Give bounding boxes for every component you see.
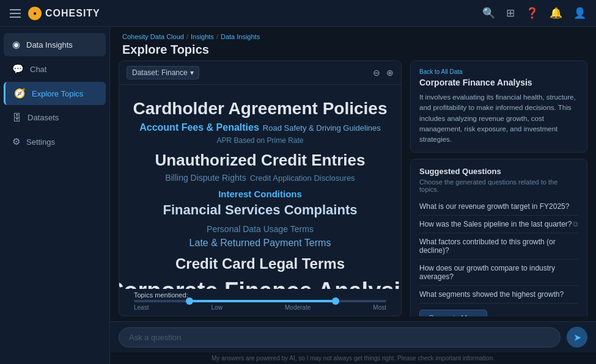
sidebar-item-settings-label: Settings [26, 137, 55, 147]
sidebar-item-data-insights-label: Data Insights [26, 40, 73, 49]
chat-icon: 💬 [12, 64, 24, 75]
logo-icon: ● [28, 7, 42, 20]
chevron-down-icon: ▾ [190, 68, 194, 77]
slider-track[interactable] [134, 300, 386, 302]
slider-thumb-left[interactable] [186, 297, 193, 305]
info-card-body: It involves evaluating its financial hea… [419, 92, 578, 145]
question-item[interactable]: What is our revenue growth target in FY2… [419, 198, 578, 216]
word-cloud-panel: Dataset: Finance ▾ ⊖ ⊕ Cardholder Agreem… [119, 60, 402, 316]
slider-area: Topics mentioned: Least Low Moderate Mos… [119, 289, 401, 316]
panel-toolbar: Dataset: Finance ▾ ⊖ ⊕ [119, 61, 401, 85]
breadcrumb: Cohesity Data Cloud / Insights / Data In… [122, 33, 584, 40]
app-body: ◉ Data Insights 💬 Chat 🧭 Explore Topics … [0, 27, 596, 364]
question-item[interactable]: How does our growth compare to industry … [419, 260, 578, 286]
sidebar-item-explore-topics-label: Explore Topics [32, 89, 83, 98]
slider-labels: Least Low Moderate Most [134, 304, 386, 311]
slider-label-most: Most [373, 304, 386, 311]
slider-label-least: Least [134, 304, 149, 311]
word-cloud-word[interactable]: Billing Dispute Rights [165, 172, 246, 184]
page-title: Explore Topics [122, 43, 584, 57]
right-panel: Back to All Data Corporate Finance Analy… [410, 60, 587, 316]
help-icon[interactable]: ❓ [526, 7, 539, 20]
word-cloud-word[interactable]: Unauthorized Credit Entries [155, 149, 366, 171]
suggested-questions-card: Suggested Questions Choose the generated… [410, 159, 587, 316]
footer-disclaimer: My answers are powered by AI, so I may n… [110, 352, 596, 364]
sidebar-item-datasets-label: Datasets [28, 113, 59, 122]
back-link[interactable]: Back to All Data [419, 68, 578, 75]
slider-label: Topics mentioned: [134, 291, 188, 299]
slider-fill [189, 300, 336, 302]
question-item[interactable]: How was the Sales pipeline in the last q… [419, 216, 578, 233]
content-row: Dataset: Finance ▾ ⊖ ⊕ Cardholder Agreem… [110, 60, 596, 321]
notifications-icon[interactable]: 🔔 [550, 7, 562, 20]
breadcrumb-insights[interactable]: Insights [191, 33, 214, 40]
sidebar-item-chat[interactable]: 💬 Chat [4, 57, 106, 81]
send-button[interactable]: ➤ [567, 327, 587, 348]
question-item[interactable]: What factors contributed to this growth … [419, 233, 578, 260]
panel-icons: ⊖ ⊕ [373, 68, 394, 78]
question-item[interactable]: What segments showed the highest growth? [419, 286, 578, 304]
questions-list: What is our revenue growth target in FY2… [419, 198, 578, 304]
word-cloud-word[interactable]: Road Safety & Driving Guidelines [263, 123, 381, 134]
word-cloud-word[interactable]: Financial Services Complaints [163, 201, 358, 220]
breadcrumb-cohesity[interactable]: Cohesity Data Cloud [122, 33, 184, 40]
word-cloud-word[interactable]: Corporate Finance Analysis [119, 275, 401, 289]
word-cloud-word[interactable]: Account Fees & Penalties [139, 121, 259, 134]
dataset-badge-label: Dataset: Finance [132, 68, 188, 77]
question-text: How was the Sales pipeline in the last q… [419, 220, 572, 228]
account-icon[interactable]: 👤 [573, 7, 586, 20]
suggest-title: Suggested Questions [419, 167, 578, 176]
question-text: What factors contributed to this growth … [419, 238, 578, 255]
gear-icon: ⚙ [12, 136, 20, 147]
info-card: Back to All Data Corporate Finance Analy… [410, 60, 587, 153]
word-cloud-word[interactable]: APR Based on Prime Rate [216, 136, 303, 146]
app-header: ● COHESITY 🔍 ⊞ ❓ 🔔 👤 [0, 0, 596, 27]
sidebar-item-explore-topics[interactable]: 🧭 Explore Topics [4, 82, 106, 105]
word-cloud-word[interactable]: Credit Application Disclosures [250, 173, 355, 184]
word-cloud-word[interactable]: Credit Card Legal Terms [175, 253, 345, 274]
generate-more-button[interactable]: Generate More [419, 310, 487, 316]
search-icon[interactable]: 🔍 [482, 7, 495, 20]
question-text: What is our revenue growth target in FY2… [419, 202, 569, 211]
sidebar: ◉ Data Insights 💬 Chat 🧭 Explore Topics … [0, 27, 110, 364]
main-content: Cohesity Data Cloud / Insights / Data In… [110, 27, 596, 364]
suggest-subtitle: Choose the generated questions related t… [419, 178, 578, 193]
sidebar-item-datasets[interactable]: 🗄 Datasets [4, 106, 106, 129]
page-header: Cohesity Data Cloud / Insights / Data In… [110, 27, 596, 60]
word-cloud-content: Cardholder Agreement PoliciesAccount Fee… [127, 90, 394, 286]
slider-label-row: Topics mentioned: [134, 291, 386, 299]
breadcrumb-sep-1: / [186, 33, 188, 40]
zoom-out-icon[interactable]: ⊖ [373, 68, 380, 78]
data-insights-icon: ◉ [12, 39, 20, 50]
breadcrumb-data-insights[interactable]: Data Insights [221, 33, 260, 40]
logo-text: COHESITY [45, 8, 100, 19]
database-icon: 🗄 [12, 112, 21, 123]
dataset-badge[interactable]: Dataset: Finance ▾ [127, 66, 199, 79]
word-cloud-word[interactable]: Personal Data Usage Terms [207, 224, 314, 236]
sidebar-item-data-insights[interactable]: ◉ Data Insights [4, 33, 106, 56]
ask-input[interactable] [119, 327, 561, 348]
info-card-title: Corporate Finance Analysis [419, 78, 578, 87]
hamburger-icon[interactable] [10, 9, 21, 18]
question-text: What segments showed the highest growth? [419, 290, 564, 299]
logo: ● COHESITY [28, 7, 100, 20]
zoom-in-icon[interactable]: ⊕ [386, 68, 394, 78]
copy-icon[interactable]: ⧉ [573, 220, 578, 228]
compass-icon: 🧭 [14, 88, 26, 99]
slider-label-low: Low [212, 304, 223, 311]
word-cloud-area: Cardholder Agreement PoliciesAccount Fee… [119, 85, 401, 289]
breadcrumb-sep-2: / [216, 33, 218, 40]
word-cloud-word[interactable]: Cardholder Agreement Policies [133, 96, 388, 120]
slider-label-moderate: Moderate [285, 304, 311, 311]
question-text: How does our growth compare to industry … [419, 264, 578, 281]
word-cloud-word[interactable]: Late & Returned Payment Terms [189, 236, 331, 250]
word-cloud-word[interactable]: Interest Conditions [218, 187, 302, 200]
header-right: 🔍 ⊞ ❓ 🔔 👤 [482, 7, 586, 20]
apps-icon[interactable]: ⊞ [506, 7, 515, 20]
sidebar-item-chat-label: Chat [30, 65, 46, 74]
ask-bar: ➤ [110, 321, 596, 352]
header-left: ● COHESITY [10, 7, 100, 20]
sidebar-item-settings[interactable]: ⚙ Settings [4, 130, 106, 153]
